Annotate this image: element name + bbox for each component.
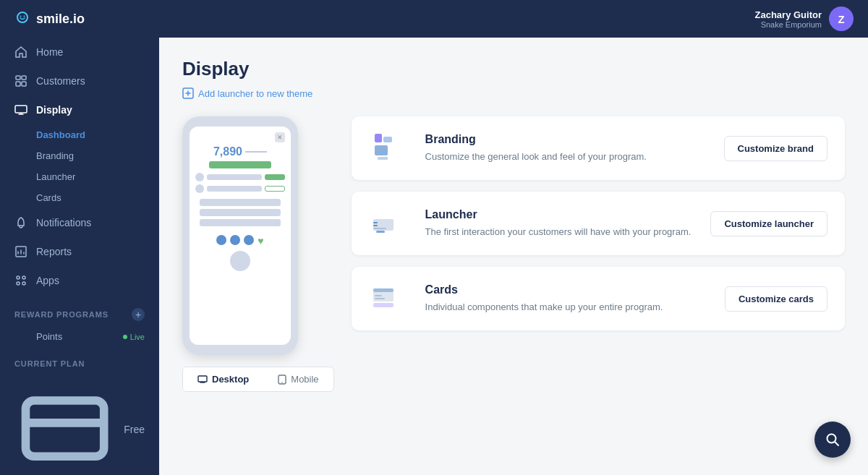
svg-point-0 xyxy=(20,15,22,17)
content-area: ✕ 7,890 xyxy=(182,116,845,392)
phone-circle-2 xyxy=(195,184,204,193)
reports-icon xyxy=(14,245,27,258)
svg-rect-12 xyxy=(25,401,103,456)
phone-area: ✕ 7,890 xyxy=(182,116,334,392)
sidebar-item-free[interactable]: Free xyxy=(0,372,159,475)
smile-logo-icon xyxy=(14,9,30,29)
mobile-label: Mobile xyxy=(291,374,318,385)
svg-point-17 xyxy=(281,382,283,383)
cards-card-info: Cards Individual components that make up… xyxy=(425,283,712,314)
sidebar-sub-launcher[interactable]: Launcher xyxy=(0,166,159,187)
branding-desc: Customize the general look and feel of y… xyxy=(425,150,711,164)
svg-rect-18 xyxy=(375,145,388,155)
reward-section-label: REWARD PROGRAMS xyxy=(14,310,109,319)
mobile-view-btn[interactable]: Mobile xyxy=(263,367,333,391)
phone-number-line xyxy=(245,151,267,153)
sidebar-reports-label: Reports xyxy=(36,246,72,257)
cards-panel: Branding Customize the general look and … xyxy=(352,116,845,392)
sidebar: Home Customers Display Dashboard Brandin… xyxy=(0,38,159,475)
phone-mini-bar-1 xyxy=(207,174,262,180)
branding-card: Branding Customize the general look and … xyxy=(352,116,845,180)
sidebar-item-home[interactable]: Home xyxy=(0,38,159,67)
svg-rect-28 xyxy=(373,288,393,292)
branding-icon xyxy=(372,131,409,166)
svg-rect-19 xyxy=(375,134,382,142)
display-icon xyxy=(14,103,27,116)
desktop-icon xyxy=(197,375,208,385)
svg-rect-21 xyxy=(378,157,388,160)
view-toggle: Desktop Mobile xyxy=(182,367,334,392)
svg-rect-2 xyxy=(16,76,20,80)
cards-icon xyxy=(372,281,409,316)
sidebar-item-notifications[interactable]: Notifications xyxy=(0,208,159,237)
sidebar-item-apps[interactable]: Apps xyxy=(0,266,159,295)
add-launcher-link[interactable]: Add launcher to new theme xyxy=(182,87,845,99)
svg-rect-6 xyxy=(15,106,27,113)
logo-text: smile.io xyxy=(36,12,85,27)
avatar[interactable]: Z xyxy=(829,7,854,31)
svg-rect-15 xyxy=(198,376,207,382)
launcher-card: Launcher The first interaction your cust… xyxy=(352,192,845,255)
search-fab-button[interactable] xyxy=(814,421,851,458)
phone-mini-bar-2 xyxy=(207,186,262,192)
phone-green-1 xyxy=(265,174,285,180)
svg-point-10 xyxy=(17,282,20,285)
sidebar-notifications-label: Notifications xyxy=(36,217,91,228)
customize-cards-button[interactable]: Customize cards xyxy=(725,286,827,312)
svg-rect-31 xyxy=(373,303,393,307)
sidebar-home-label: Home xyxy=(36,46,63,58)
sidebar-display-label: Display xyxy=(36,104,72,116)
branding-icon-wrap xyxy=(369,131,412,166)
launcher-icon xyxy=(372,206,409,241)
svg-rect-23 xyxy=(373,222,378,223)
current-plan-section: CURRENT PLAN xyxy=(0,348,159,372)
phone-bar-2 xyxy=(200,199,281,206)
top-nav: smile.io Zachary Guitor Snake Emporium Z xyxy=(0,0,868,38)
desktop-label: Desktop xyxy=(212,374,249,385)
sidebar-sub-dashboard[interactable]: Dashboard xyxy=(0,124,159,145)
desktop-view-btn[interactable]: Desktop xyxy=(183,367,263,391)
customize-launcher-button[interactable]: Customize launcher xyxy=(710,211,827,236)
launcher-card-info: Launcher The first interaction your cust… xyxy=(425,208,698,239)
add-reward-button[interactable]: + xyxy=(132,308,145,321)
cards-title: Cards xyxy=(425,283,712,296)
sidebar-item-display[interactable]: Display xyxy=(0,95,159,124)
logo-area[interactable]: smile.io xyxy=(14,9,85,29)
live-label: Live xyxy=(130,333,145,341)
points-label[interactable]: Points xyxy=(36,331,62,342)
svg-rect-25 xyxy=(373,228,386,229)
phone-row-2 xyxy=(195,184,285,193)
phone-screen: ✕ 7,890 xyxy=(190,127,291,345)
live-badge: Live xyxy=(123,333,145,341)
svg-rect-29 xyxy=(375,295,382,296)
phone-home-btn xyxy=(230,251,250,271)
svg-point-8 xyxy=(17,276,20,279)
add-launcher-label: Add launcher to new theme xyxy=(198,88,312,99)
launcher-desc: The first interaction your customers wil… xyxy=(425,225,698,239)
phone-circles: ♥ xyxy=(195,235,285,247)
user-info: Zachary Guitor Snake Emporium xyxy=(755,9,822,29)
customize-brand-button[interactable]: Customize brand xyxy=(724,136,827,161)
sidebar-apps-label: Apps xyxy=(36,275,59,286)
cards-card: Cards Individual components that make up… xyxy=(352,267,845,330)
sidebar-sub-branding[interactable]: Branding xyxy=(0,145,159,166)
phone-bar-3 xyxy=(200,209,281,216)
free-plan-label: Free xyxy=(124,424,145,435)
phone-mockup: ✕ 7,890 xyxy=(182,116,298,355)
svg-rect-20 xyxy=(383,137,392,142)
current-plan-label: CURRENT PLAN xyxy=(14,359,85,368)
main-layout: Home Customers Display Dashboard Brandin… xyxy=(0,38,868,475)
phone-sm-circle-2 xyxy=(230,235,240,245)
points-row: Points Live xyxy=(0,325,159,348)
svg-rect-5 xyxy=(22,82,26,86)
reward-programs-section: REWARD PROGRAMS + xyxy=(0,295,159,325)
sidebar-item-reports[interactable]: Reports xyxy=(0,237,159,266)
sidebar-item-customers[interactable]: Customers xyxy=(0,67,159,95)
search-icon xyxy=(825,432,841,448)
main-content: Display Add launcher to new theme ✕ 7,89… xyxy=(159,38,868,475)
sidebar-customers-label: Customers xyxy=(36,75,85,87)
user-name: Zachary Guitor xyxy=(755,9,822,20)
sidebar-sub-cards[interactable]: Cards xyxy=(0,187,159,208)
svg-point-11 xyxy=(22,282,25,285)
launcher-icon-wrap xyxy=(369,206,412,241)
